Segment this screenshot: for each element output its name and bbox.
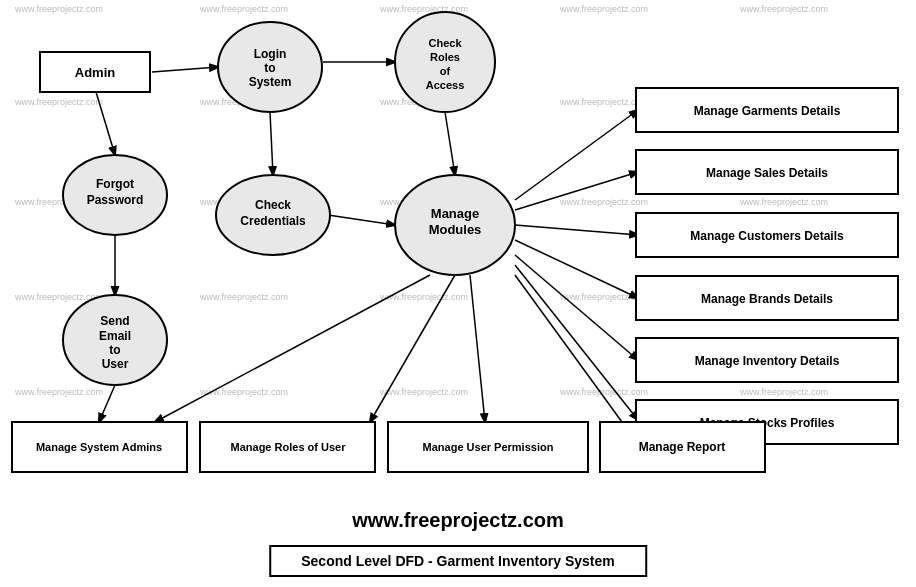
svg-text:www.freeprojectz.com: www.freeprojectz.com	[739, 4, 828, 14]
svg-text:www.freeprojectz.com: www.freeprojectz.com	[559, 97, 648, 107]
svg-line-37	[515, 255, 638, 360]
svg-line-29	[445, 112, 455, 175]
svg-text:Manage Customers Details: Manage Customers Details	[690, 229, 844, 243]
svg-line-27	[270, 112, 273, 175]
svg-text:User: User	[102, 357, 129, 371]
svg-line-42	[155, 275, 430, 422]
svg-line-33	[515, 110, 638, 200]
svg-text:Manage  Report: Manage Report	[639, 440, 726, 454]
svg-text:System: System	[249, 75, 292, 89]
svg-line-41	[470, 275, 485, 422]
svg-text:www.freeprojectz.com: www.freeprojectz.com	[379, 387, 468, 397]
svg-text:Credentials: Credentials	[240, 214, 306, 228]
svg-text:Manage: Manage	[431, 206, 479, 221]
svg-text:Manage User Permission: Manage User Permission	[423, 441, 554, 453]
svg-text:Manage Inventory Details: Manage Inventory Details	[695, 354, 840, 368]
svg-text:Login: Login	[254, 47, 287, 61]
svg-text:Manage Brands Details: Manage Brands Details	[701, 292, 833, 306]
website-url: www.freeprojectz.com	[0, 509, 916, 532]
svg-text:www.freeprojectz.com: www.freeprojectz.com	[739, 197, 828, 207]
svg-text:www.freeprojectz.com: www.freeprojectz.com	[14, 97, 103, 107]
svg-text:www.freeprojectz.com: www.freeprojectz.com	[199, 292, 288, 302]
svg-text:Manage System Admins: Manage System Admins	[36, 441, 162, 453]
svg-text:www.freeprojectz.com: www.freeprojectz.com	[559, 197, 648, 207]
svg-text:Modules: Modules	[429, 222, 482, 237]
svg-text:Access: Access	[426, 79, 465, 91]
diagram-container: www.freeprojectz.com www.freeprojectz.co…	[0, 0, 916, 587]
svg-text:www.freeprojectz.com: www.freeprojectz.com	[379, 292, 468, 302]
diagram-title: Second Level DFD - Garment Inventory Sys…	[269, 545, 647, 577]
svg-text:Admin: Admin	[75, 65, 116, 80]
svg-text:to: to	[109, 343, 120, 357]
svg-text:Roles: Roles	[430, 51, 460, 63]
svg-text:www.freeprojectz.com: www.freeprojectz.com	[199, 4, 288, 14]
svg-text:of: of	[440, 65, 451, 77]
svg-text:Forgot: Forgot	[96, 177, 134, 191]
svg-text:Manage Garments Details: Manage Garments Details	[694, 104, 841, 118]
svg-text:to: to	[264, 61, 275, 75]
diagram-svg: www.freeprojectz.com www.freeprojectz.co…	[0, 0, 916, 587]
svg-line-26	[96, 92, 115, 155]
svg-text:Check: Check	[255, 198, 291, 212]
svg-text:Password: Password	[87, 193, 144, 207]
svg-text:www.freeprojectz.com: www.freeprojectz.com	[559, 4, 648, 14]
svg-text:www.freeprojectz.com: www.freeprojectz.com	[739, 387, 828, 397]
svg-text:Send: Send	[100, 314, 129, 328]
svg-text:Manage Sales Details: Manage Sales Details	[706, 166, 828, 180]
svg-text:www.freeprojectz.com: www.freeprojectz.com	[14, 4, 103, 14]
svg-text:Manage Roles of User: Manage Roles of User	[231, 441, 347, 453]
svg-line-31	[328, 215, 395, 225]
svg-line-35	[515, 225, 638, 235]
svg-line-25	[152, 67, 218, 72]
svg-text:Check: Check	[428, 37, 462, 49]
svg-text:www.freeprojectz.com: www.freeprojectz.com	[14, 387, 103, 397]
svg-text:Email: Email	[99, 329, 131, 343]
